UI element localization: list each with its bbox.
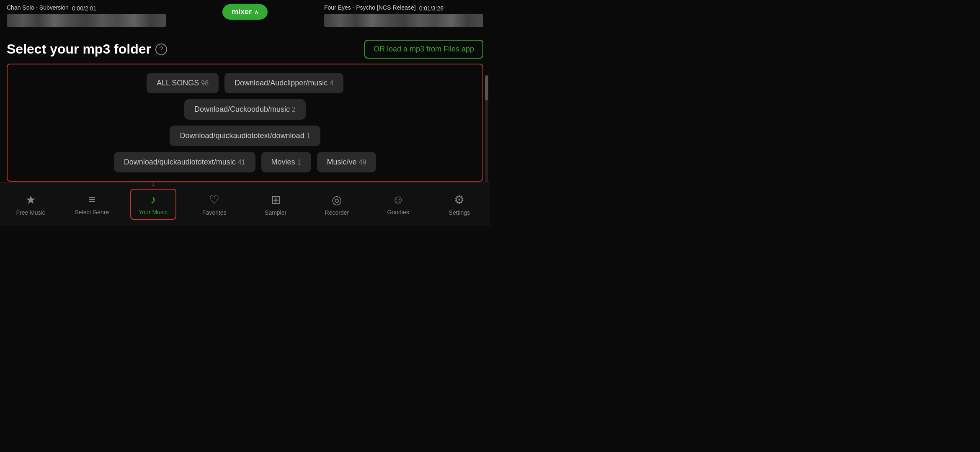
folder-title-group: Select your mp3 folder ? [7,41,167,57]
record-icon: ◎ [332,193,342,207]
folder-row-2: Download/Cuckoodub/music 2 [16,99,474,120]
nav-goodies-wrapper: ☺ Goodies [375,190,421,219]
nav-free-music-wrapper: ★ Free Music [8,190,54,219]
smiley-icon: ☺ [392,193,404,206]
help-icon[interactable]: ? [155,44,167,55]
nav-settings-label: Settings [449,209,470,216]
track-left-time: 0:00/2:01 [72,5,96,12]
folder-all-songs[interactable]: ALL SONGS 98 [147,73,219,93]
arrow-down-icon: ↓ [151,179,155,188]
heart-icon: ♡ [209,193,219,207]
mixer-chevron-icon: ∧ [254,9,258,15]
track-right-time: 0:01/3:28 [419,5,444,12]
nav-goodies-label: Goodies [387,209,409,216]
nav-goodies[interactable]: ☺ Goodies [375,190,421,219]
grid-icon: ⊞ [271,193,281,207]
nav-recorder[interactable]: ◎ Recorder [314,190,360,219]
nav-your-music-label: Your Music [139,209,168,216]
top-bar: Chan Solo - Subversion 0:00/2:01 mixer ∧… [0,0,490,36]
track-left: Chan Solo - Subversion 0:00/2:01 [7,4,166,27]
folder-movies[interactable]: Movies 1 [261,152,311,172]
star-icon: ★ [26,193,36,207]
load-mp3-button[interactable]: OR load a mp3 from Files app [364,40,483,59]
folder-section-title: Select your mp3 folder [7,41,151,57]
nav-favorites[interactable]: ♡ Favorites [191,190,237,219]
folder-header: Select your mp3 folder ? OR load a mp3 f… [7,40,483,59]
folder-row-4: Download/quickaudiototext/music 41 Movie… [16,152,474,172]
nav-select-genre-label: Select Genre [75,209,109,216]
folder-row-3: Download/quickaudiototext/download 1 [16,126,474,146]
folder-quickaudio-download[interactable]: Download/quickaudiototext/download 1 [170,126,320,146]
bottom-nav: ★ Free Music ≡ Select Genre ↓ ♪ Your Mus… [0,182,490,226]
nav-recorder-wrapper: ◎ Recorder [314,190,360,219]
waveform-left [7,14,166,27]
folder-grid: ALL SONGS 98 Download/Audclipper/music 4… [7,64,483,182]
main-content: Select your mp3 folder ? OR load a mp3 f… [0,36,490,186]
track-right-title: Four Eyes - Psycho [NCS Release] [324,4,416,11]
nav-select-genre-wrapper: ≡ Select Genre [69,190,115,219]
track-left-title: Chan Solo - Subversion [7,4,69,11]
track-right: Four Eyes - Psycho [NCS Release] 0:01/3:… [324,4,483,27]
nav-your-music[interactable]: ♪ Your Music [130,189,176,220]
folder-cuckoodub[interactable]: Download/Cuckoodub/music 2 [184,99,306,120]
mixer-label: mixer [232,8,252,16]
list-icon: ≡ [88,193,95,206]
folder-quickaudio-music[interactable]: Download/quickaudiototext/music 41 [114,152,255,172]
gear-icon: ⚙ [454,193,464,207]
nav-sampler-label: Sampler [265,209,286,216]
nav-free-music[interactable]: ★ Free Music [8,190,54,219]
nav-recorder-label: Recorder [325,209,349,216]
nav-free-music-label: Free Music [16,209,45,216]
nav-sampler[interactable]: ⊞ Sampler [253,190,299,219]
waveform-right [324,14,483,27]
nav-settings[interactable]: ⚙ Settings [436,190,482,219]
folder-audclipper[interactable]: Download/Audclipper/music 4 [224,73,343,93]
nav-favorites-wrapper: ♡ Favorites [191,190,237,219]
nav-sampler-wrapper: ⊞ Sampler [253,190,299,219]
folder-row-1: ALL SONGS 98 Download/Audclipper/music 4 [16,73,474,93]
nav-your-music-wrapper: ↓ ♪ Your Music [130,189,176,220]
folder-music-ve[interactable]: Music/ve 49 [317,152,377,172]
nav-select-genre[interactable]: ≡ Select Genre [69,190,115,219]
nav-favorites-label: Favorites [202,209,227,216]
mixer-button[interactable]: mixer ∧ [222,4,268,20]
nav-settings-wrapper: ⚙ Settings [436,190,482,219]
music-note-icon: ♪ [150,193,156,206]
scrollbar-thumb[interactable] [485,75,488,100]
